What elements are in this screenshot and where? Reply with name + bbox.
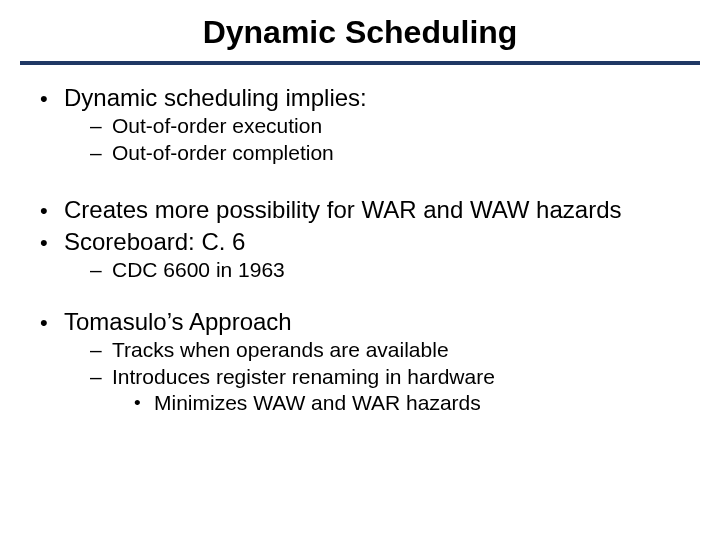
bullet-text: Tomasulo’s Approach — [64, 308, 292, 335]
sub-item: Out-of-order completion — [90, 140, 686, 166]
spacer — [34, 285, 686, 307]
slide-title: Dynamic Scheduling — [0, 0, 720, 61]
sub-text: CDC 6600 in 1963 — [112, 258, 285, 281]
sub-list: CDC 6600 in 1963 — [64, 257, 686, 283]
sub-text: Tracks when operands are available — [112, 338, 449, 361]
bullet-item: Tomasulo’s Approach Tracks when operands… — [34, 307, 686, 417]
bullet-item: Dynamic scheduling implies: Out-of-order… — [34, 83, 686, 167]
sub-text: Out-of-order completion — [112, 141, 334, 164]
title-underline — [20, 61, 700, 65]
bullet-list: Dynamic scheduling implies: Out-of-order… — [34, 83, 686, 417]
bullet-text: Creates more possibility for WAR and WAW… — [64, 196, 622, 223]
bullet-item: Scoreboard: C. 6 CDC 6600 in 1963 — [34, 227, 686, 283]
sub-text: Introduces register renaming in hardware — [112, 365, 495, 388]
bullet-text: Dynamic scheduling implies: — [64, 84, 367, 111]
sub-item: Out-of-order execution — [90, 113, 686, 139]
subsub-list: Minimizes WAW and WAR hazards — [112, 390, 686, 416]
sub-list: Tracks when operands are available Intro… — [64, 337, 686, 417]
bullet-item: Creates more possibility for WAR and WAW… — [34, 195, 686, 225]
slide-body: Dynamic scheduling implies: Out-of-order… — [0, 83, 720, 417]
subsub-item: Minimizes WAW and WAR hazards — [134, 390, 686, 416]
slide: Dynamic Scheduling Dynamic scheduling im… — [0, 0, 720, 540]
sub-item: Tracks when operands are available — [90, 337, 686, 363]
bullet-text: Scoreboard: C. 6 — [64, 228, 245, 255]
spacer — [34, 169, 686, 195]
subsub-text: Minimizes WAW and WAR hazards — [154, 391, 481, 414]
sub-item: Introduces register renaming in hardware… — [90, 364, 686, 417]
sub-text: Out-of-order execution — [112, 114, 322, 137]
sub-list: Out-of-order execution Out-of-order comp… — [64, 113, 686, 167]
sub-item: CDC 6600 in 1963 — [90, 257, 686, 283]
